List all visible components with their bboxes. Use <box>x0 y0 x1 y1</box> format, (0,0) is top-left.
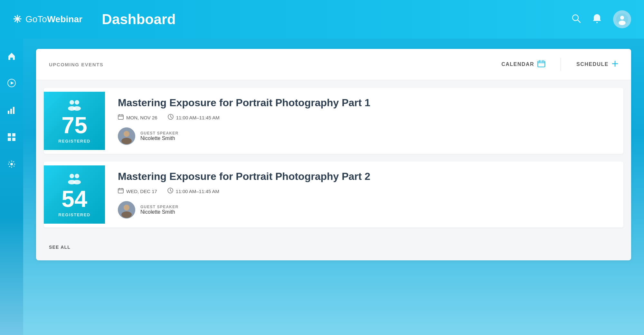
speaker-name-1: Nicolette Smith <box>140 135 178 141</box>
event-thumb-2: 54 REGISTERED <box>44 165 105 224</box>
svg-rect-16 <box>538 61 545 67</box>
clock-icon-2 <box>167 188 173 195</box>
svg-rect-9 <box>10 109 12 114</box>
calendar-meta-icon <box>118 114 124 121</box>
svg-marker-7 <box>11 81 14 85</box>
see-all-row: SEE ALL <box>36 235 631 260</box>
svg-point-36 <box>124 131 129 137</box>
header-icons <box>571 10 631 28</box>
events-actions: CALENDAR SCHEDULE <box>501 58 618 71</box>
svg-point-5 <box>619 21 626 25</box>
event-time-text-2: 11:00 AM–11:45 AM <box>176 189 219 194</box>
event-date-2: WED, DEC 17 <box>118 188 157 195</box>
event-details-1: Mastering Exposure for Portrait Photogra… <box>105 88 623 154</box>
svg-line-1 <box>578 20 580 23</box>
svg-point-50 <box>121 211 132 218</box>
speaker-avatar-2 <box>118 201 135 219</box>
event-date-text-2: WED, DEC 17 <box>126 189 157 194</box>
event-card: 75 REGISTERED Mastering Exposure for Por… <box>44 88 623 154</box>
event-thumb-1: 75 REGISTERED <box>44 92 105 150</box>
page-title: Dashboard <box>102 11 176 27</box>
svg-point-23 <box>75 100 79 105</box>
sidebar-item-grid[interactable] <box>4 129 19 145</box>
plus-icon <box>612 60 618 69</box>
svg-point-25 <box>73 106 81 111</box>
event-card-2: 54 REGISTERED Mastering Exposure for Por… <box>44 162 623 228</box>
event-date-text-1: MON, NOV 26 <box>126 115 157 120</box>
speaker-area-2: GUEST SPEAKER Nicolette Smith <box>118 201 611 219</box>
event-meta-1: MON, NOV 26 11:00 AM–11:45 AM <box>118 114 611 121</box>
see-all-button[interactable]: SEE ALL <box>49 245 71 250</box>
schedule-button[interactable]: SCHEDULE <box>576 60 618 69</box>
registered-label-2: REGISTERED <box>58 212 90 217</box>
sidebar-item-analytics[interactable] <box>4 102 19 118</box>
svg-point-40 <box>73 180 81 184</box>
speaker-name-2: Nicolette Smith <box>140 209 178 215</box>
svg-point-15 <box>10 163 13 165</box>
calendar-button[interactable]: CALENDAR <box>501 60 545 69</box>
header: ✳ GoToWebinar Dashboard <box>0 0 644 39</box>
speaker-area-1: GUEST SPEAKER Nicolette Smith <box>118 127 611 145</box>
svg-point-51 <box>124 205 129 210</box>
bell-icon[interactable] <box>592 14 601 25</box>
main-content: UPCOMING EVENTS CALENDAR <box>23 39 644 335</box>
speaker-info-2: GUEST SPEAKER Nicolette Smith <box>140 205 178 215</box>
speaker-avatar-1 <box>118 127 135 145</box>
svg-rect-10 <box>13 107 14 114</box>
registered-count-1: 75 <box>62 114 87 137</box>
divider <box>561 58 561 71</box>
sidebar <box>0 39 23 335</box>
event-time-2: 11:00 AM–11:45 AM <box>167 188 219 195</box>
svg-rect-11 <box>8 133 11 136</box>
svg-point-22 <box>70 100 74 105</box>
events-panel: UPCOMING EVENTS CALENDAR <box>36 49 631 260</box>
section-title: UPCOMING EVENTS <box>49 62 103 67</box>
calendar-label: CALENDAR <box>501 61 534 67</box>
logo-area: ✳ GoToWebinar <box>13 13 82 25</box>
registered-count-2: 54 <box>62 187 87 210</box>
svg-point-38 <box>75 174 79 178</box>
calendar-meta-icon-2 <box>118 188 124 195</box>
event-title-2: Mastering Exposure for Portrait Photogra… <box>118 171 611 182</box>
calendar-icon <box>537 60 545 69</box>
svg-point-37 <box>70 174 74 178</box>
search-icon[interactable] <box>571 14 581 25</box>
sidebar-item-play[interactable] <box>4 75 19 91</box>
schedule-label: SCHEDULE <box>576 61 609 67</box>
svg-rect-41 <box>118 189 123 193</box>
event-time-text-1: 11:00 AM–11:45 AM <box>176 115 220 120</box>
svg-rect-26 <box>118 115 123 119</box>
people-icon-2 <box>67 172 81 185</box>
svg-rect-12 <box>12 133 15 136</box>
svg-rect-13 <box>8 138 11 141</box>
event-time-1: 11:00 AM–11:45 AM <box>168 114 220 121</box>
sidebar-item-home[interactable] <box>4 48 19 64</box>
events-header: UPCOMING EVENTS CALENDAR <box>36 49 631 80</box>
registered-label-1: REGISTERED <box>58 139 90 144</box>
svg-rect-8 <box>8 111 9 114</box>
event-date-1: MON, NOV 26 <box>118 114 157 121</box>
speaker-info-1: GUEST SPEAKER Nicolette Smith <box>140 131 178 141</box>
event-details-2: Mastering Exposure for Portrait Photogra… <box>105 162 623 228</box>
body-layout: UPCOMING EVENTS CALENDAR <box>0 39 644 335</box>
user-avatar[interactable] <box>613 10 631 28</box>
event-title-1: Mastering Exposure for Portrait Photogra… <box>118 97 611 109</box>
logo-goto: GoTo <box>25 14 47 24</box>
speaker-role-2: GUEST SPEAKER <box>140 205 178 209</box>
logo-webinar: Webinar <box>47 14 82 24</box>
svg-point-4 <box>620 16 624 20</box>
logo-text: GoToWebinar <box>25 14 82 24</box>
event-meta-2: WED, DEC 17 11:00 AM–11:45 AM <box>118 188 611 195</box>
sidebar-item-settings[interactable] <box>4 156 19 172</box>
clock-icon-1 <box>168 114 174 121</box>
svg-line-47 <box>170 191 172 191</box>
svg-line-32 <box>171 117 172 118</box>
svg-rect-14 <box>12 138 15 141</box>
logo-icon: ✳ <box>13 13 22 25</box>
speaker-role-1: GUEST SPEAKER <box>140 131 178 135</box>
svg-point-2 <box>596 22 598 23</box>
svg-point-35 <box>121 138 132 144</box>
people-icon <box>67 98 81 111</box>
